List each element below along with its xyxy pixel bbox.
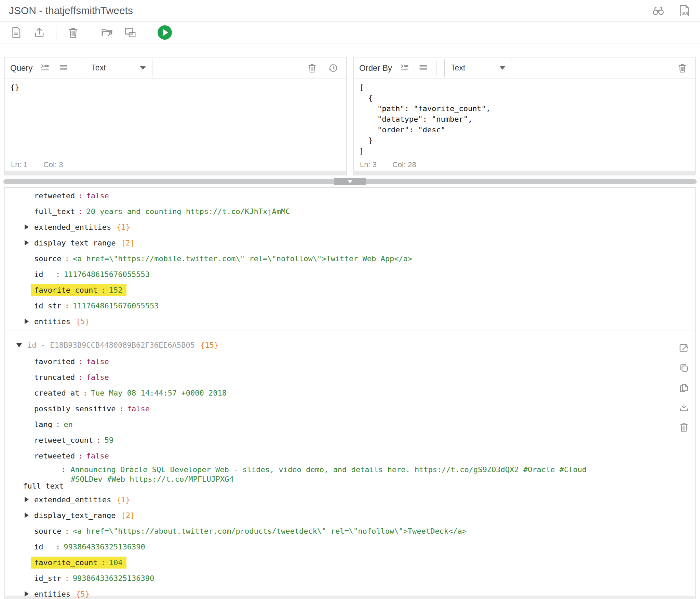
field-key: id	[34, 543, 52, 551]
tree-row: favorite_count:152	[5, 282, 695, 298]
search-button[interactable]	[651, 4, 665, 17]
field: truncated:false	[34, 373, 109, 382]
query-line-indicator: Ln: 1	[11, 160, 28, 169]
clear-query-button[interactable]	[307, 63, 318, 74]
title-bar: JSON - thatjeffsmithTweets SQL	[0, 0, 700, 22]
query-mode-value: Text	[91, 63, 106, 72]
orderby-statusbar: Ln: 3 Col: 28	[354, 159, 695, 171]
folder-wrench-icon	[100, 26, 113, 39]
delete-document-button[interactable]	[678, 422, 690, 433]
tree-row: id :993864336325136390	[5, 539, 695, 555]
format-button[interactable]	[40, 63, 51, 74]
field-key: full_text	[34, 207, 75, 216]
toolbar-divider	[90, 25, 90, 40]
query-hscrollbar[interactable]	[5, 171, 346, 175]
minify-button[interactable]	[58, 63, 69, 74]
query-statusbar: Ln: 1 Col: 3	[5, 159, 346, 171]
format-button[interactable]	[400, 63, 410, 74]
expand-triangle-icon[interactable]	[25, 513, 29, 518]
orderby-mode-select[interactable]: Text	[444, 59, 512, 77]
query-editor[interactable]: {}	[5, 79, 346, 159]
field-key: favorite_count	[34, 558, 97, 567]
collapse-triangle-icon[interactable]	[16, 343, 22, 347]
field-count-badge: {1}	[117, 223, 130, 231]
tree-row[interactable]: display_text_range[2]	[5, 507, 695, 523]
edit-document-button[interactable]	[678, 342, 690, 354]
panel-splitter	[0, 175, 700, 187]
field-value: <a href=\"https://mobile.twitter.com\" r…	[73, 254, 412, 263]
expand-triangle-icon[interactable]	[25, 224, 29, 230]
edit-collection-mapping-button[interactable]	[124, 26, 137, 39]
field-key: retweet_count	[34, 436, 93, 444]
field-key: favorited	[34, 357, 75, 366]
minify-button[interactable]	[418, 63, 429, 74]
orderby-editor[interactable]: [ { "path": "favorite_count", "datatype"…	[354, 79, 695, 159]
colon: :	[56, 420, 60, 429]
query-mode-select[interactable]: Text	[85, 59, 152, 77]
field-value: 993864336325136390	[73, 574, 154, 583]
delete-all-documents-button[interactable]	[67, 26, 80, 39]
export-collection-button[interactable]	[33, 26, 46, 39]
colon: :	[61, 465, 66, 474]
open-sql-worksheet-button[interactable]: SQL	[677, 4, 691, 17]
toolbar-divider	[56, 25, 56, 40]
expand-triangle-icon[interactable]	[25, 497, 29, 502]
field: full_text:20 years and counting https://…	[34, 207, 290, 216]
field-key: id	[34, 270, 52, 279]
new-document-icon	[10, 26, 23, 39]
header-divider	[77, 61, 77, 76]
copy-document-button[interactable]	[678, 382, 690, 394]
lines-icon	[58, 63, 69, 74]
query-panel-header: Query Text	[5, 57, 346, 79]
document-header[interactable]: id - E18B93B9CCB4480089B62F36EE6A5B05{15…	[5, 336, 695, 354]
colon: :	[78, 373, 83, 382]
collection-properties-button[interactable]	[100, 26, 113, 39]
splitter-collapse-button[interactable]	[334, 178, 366, 185]
tree-row[interactable]: extended_entities{1}	[5, 219, 695, 235]
query-col-indicator: Col: 3	[43, 160, 63, 169]
query-history-button[interactable]	[328, 63, 339, 74]
document-tree: retweeted:falsefull_text:20 years and co…	[4, 187, 696, 599]
expand-triangle-icon[interactable]	[25, 591, 29, 597]
colon: :	[83, 389, 87, 397]
field-key: truncated	[34, 373, 75, 382]
export-icon	[33, 26, 46, 39]
tree-row: favorited:false	[5, 354, 695, 369]
field-key: entities	[34, 317, 70, 326]
field-value: 1117648615676055553	[64, 270, 150, 279]
field-value: Tue May 08 14:44:57 +0000 2018	[91, 389, 227, 397]
field-count-badge: [2]	[121, 511, 135, 520]
collection-toolbar	[0, 22, 700, 43]
trash-icon	[678, 422, 690, 433]
tree-row[interactable]: extended_entities{1}	[5, 492, 695, 507]
tree-row[interactable]: entities{5}	[5, 314, 695, 329]
colon: :	[65, 302, 69, 310]
binoculars-icon	[651, 4, 665, 17]
tree-row: favorite_count:104	[5, 555, 695, 570]
field-count-badge: [2]	[121, 239, 135, 247]
expand-triangle-icon[interactable]	[25, 319, 29, 324]
field: source:<a href=\"https://about.twitter.c…	[34, 527, 467, 535]
colon: :	[119, 404, 123, 413]
field: retweeted:false	[34, 452, 109, 460]
field: id :1117648615676055553	[34, 270, 150, 279]
clear-orderby-button[interactable]	[677, 63, 688, 74]
tree-row[interactable]: display_text_range[2]	[5, 235, 695, 251]
colon: :	[56, 270, 60, 279]
orderby-hscrollbar[interactable]	[354, 171, 695, 175]
colon: :	[78, 357, 83, 366]
expand-triangle-icon[interactable]	[25, 240, 29, 245]
clone-document-button[interactable]	[678, 362, 690, 374]
field-value: false	[127, 404, 150, 413]
new-json-document-button[interactable]	[10, 26, 23, 39]
tree-row[interactable]: entities{5}	[5, 586, 695, 599]
field-key: full_text	[23, 482, 64, 490]
sql-file-icon: SQL	[677, 4, 691, 17]
orderby-col-indicator: Col: 28	[392, 160, 416, 169]
tree-row: created_at:Tue May 08 14:44:57 +0000 201…	[5, 385, 695, 401]
colon: :	[78, 207, 83, 216]
clone-icon	[678, 362, 690, 374]
download-document-button[interactable]	[678, 402, 690, 413]
field: lang:en	[34, 420, 73, 429]
run-query-button[interactable]	[158, 25, 172, 40]
